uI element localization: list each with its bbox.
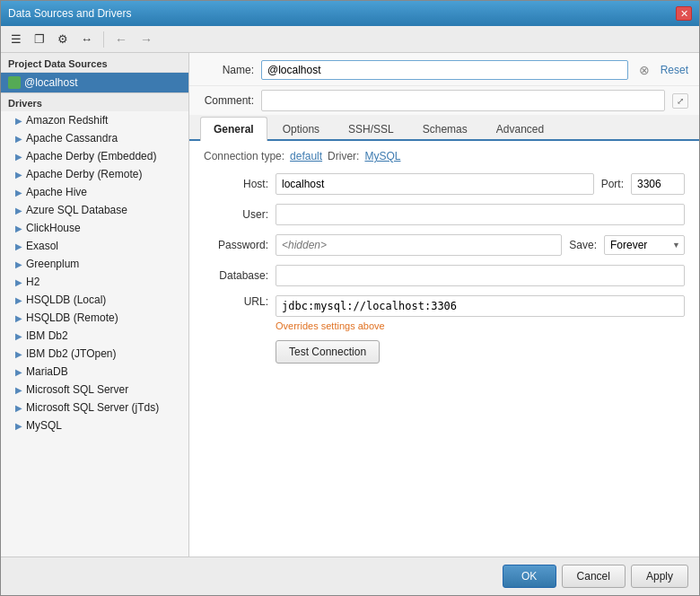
ok-button[interactable]: OK (503, 565, 556, 588)
name-clear-button[interactable]: ⊗ (635, 61, 653, 79)
settings-button[interactable]: ⚙ (53, 30, 73, 48)
driver-label: Microsoft SQL Server (jTds) (26, 401, 159, 414)
cancel-button[interactable]: Cancel (562, 565, 626, 588)
tab-general-content: Connection type: default Driver: MySQL H… (189, 141, 699, 557)
url-input[interactable] (276, 295, 685, 317)
driver-label: IBM Db2 (26, 329, 68, 342)
save-select[interactable]: Forever Until restart Never (604, 235, 685, 255)
name-input[interactable] (261, 60, 628, 80)
left-panel: Project Data Sources @localhost Drivers … (1, 53, 189, 557)
project-section-header: Project Data Sources (1, 53, 188, 73)
driver-ibm-db2-jtopen[interactable]: ▶ IBM Db2 (JTOpen) (1, 345, 188, 363)
driver-apache-cassandra[interactable]: ▶ Apache Cassandra (1, 129, 188, 147)
url-hint: Overrides settings above (276, 320, 685, 331)
driver-icon: ▶ (15, 313, 22, 323)
title-bar: Data Sources and Drivers ✕ (1, 1, 699, 26)
driver-icon: ▶ (15, 152, 22, 162)
driver-clickhouse[interactable]: ▶ ClickHouse (1, 219, 188, 237)
database-row: Database: (204, 265, 685, 286)
close-button[interactable]: ✕ (676, 6, 692, 21)
driver-exasol[interactable]: ▶ Exasol (1, 237, 188, 255)
main-area: Project Data Sources @localhost Drivers … (1, 53, 699, 557)
driver-icon: ▶ (15, 367, 22, 377)
drivers-header: Drivers (1, 93, 188, 111)
driver-mysql[interactable]: ▶ MySQL (1, 416, 188, 434)
toolbar: ☰ ❐ ⚙ ↔ ← → (1, 26, 699, 53)
apply-button[interactable]: Apply (631, 565, 688, 588)
driver-amazon-redshift[interactable]: ▶ Amazon Redshift (1, 111, 188, 129)
driver-icon: ▶ (15, 224, 22, 233)
tab-options[interactable]: Options (269, 117, 333, 141)
datasource-item-localhost[interactable]: @localhost (1, 73, 188, 92)
driver-label-text: Driver: (328, 150, 359, 162)
driver-label: ClickHouse (26, 222, 81, 234)
port-label: Port: (601, 178, 624, 190)
menu-button[interactable]: ☰ (6, 30, 26, 48)
driver-label: Apache Hive (26, 186, 87, 198)
conn-type-value[interactable]: default (290, 150, 322, 162)
driver-label: H2 (26, 276, 39, 288)
expand-comment-button[interactable]: ⤢ (672, 93, 688, 109)
tab-advanced[interactable]: Advanced (483, 117, 557, 141)
driver-icon: ▶ (15, 403, 22, 413)
host-row: Host: Port: (204, 173, 685, 195)
driver-icon: ▶ (15, 134, 22, 144)
driver-icon: ▶ (15, 170, 22, 180)
arrange-button[interactable]: ↔ (76, 30, 97, 48)
driver-icon: ▶ (15, 421, 22, 431)
driver-mssql-jtds[interactable]: ▶ Microsoft SQL Server (jTds) (1, 399, 188, 416)
window-title: Data Sources and Drivers (8, 7, 131, 20)
copy-button[interactable]: ❐ (30, 30, 49, 48)
back-button[interactable]: ← (110, 30, 132, 49)
separator (103, 31, 104, 48)
user-label: User: (204, 208, 268, 221)
driver-label: Apache Cassandra (26, 132, 118, 145)
driver-icon: ▶ (15, 295, 22, 305)
tab-sshssl[interactable]: SSH/SSL (335, 117, 407, 141)
test-connection-button[interactable]: Test Connection (276, 340, 380, 364)
project-data-sources-section: Project Data Sources @localhost (1, 53, 188, 92)
password-label: Password: (204, 239, 268, 251)
driver-mssql[interactable]: ▶ Microsoft SQL Server (1, 381, 188, 399)
driver-apache-derby-remote[interactable]: ▶ Apache Derby (Remote) (1, 165, 188, 183)
password-input[interactable] (276, 234, 562, 256)
database-label: Database: (204, 269, 268, 282)
main-window: Data Sources and Drivers ✕ ☰ ❐ ⚙ ↔ ← → P… (0, 0, 700, 596)
driver-greenplum[interactable]: ▶ Greenplum (1, 255, 188, 273)
conn-type-label: Connection type: (204, 150, 284, 162)
comment-field-label: Comment: (200, 94, 254, 107)
name-row: Name: ⊗ Reset (189, 53, 699, 86)
tab-general[interactable]: General (200, 117, 267, 141)
datasource-icon (8, 76, 21, 89)
driver-hsqldb-remote[interactable]: ▶ HSQLDB (Remote) (1, 309, 188, 327)
driver-label: IBM Db2 (JTOpen) (26, 347, 116, 360)
driver-icon: ▶ (15, 116, 22, 126)
driver-label: Apache Derby (Remote) (26, 168, 142, 180)
driver-label: HSQLDB (Local) (26, 294, 106, 306)
driver-value[interactable]: MySQL (364, 150, 400, 162)
reset-link[interactable]: Reset (661, 64, 688, 76)
tab-schemas[interactable]: Schemas (409, 117, 481, 141)
driver-hsqldb-local[interactable]: ▶ HSQLDB (Local) (1, 291, 188, 309)
driver-h2[interactable]: ▶ H2 (1, 273, 188, 291)
password-row: Password: Save: Forever Until restart Ne… (204, 234, 685, 256)
database-input[interactable] (276, 265, 685, 286)
driver-icon: ▶ (15, 241, 22, 251)
driver-mariadb[interactable]: ▶ MariaDB (1, 363, 188, 381)
driver-icon: ▶ (15, 259, 22, 269)
comment-input[interactable] (261, 90, 665, 111)
save-select-wrapper: Forever Until restart Never (604, 235, 685, 255)
user-input[interactable] (276, 204, 685, 225)
datasource-label: @localhost (24, 76, 78, 89)
driver-apache-derby-embedded[interactable]: ▶ Apache Derby (Embedded) (1, 147, 188, 165)
host-input[interactable] (276, 173, 594, 195)
driver-azure-sql[interactable]: ▶ Azure SQL Database (1, 201, 188, 219)
port-input[interactable] (631, 173, 685, 195)
save-label: Save: (569, 239, 597, 251)
driver-apache-hive[interactable]: ▶ Apache Hive (1, 183, 188, 201)
user-row: User: (204, 204, 685, 225)
comment-row: Comment: ⤢ (189, 86, 699, 115)
bottom-bar: OK Cancel Apply (1, 557, 699, 595)
forward-button[interactable]: → (136, 30, 157, 49)
driver-ibm-db2[interactable]: ▶ IBM Db2 (1, 327, 188, 345)
